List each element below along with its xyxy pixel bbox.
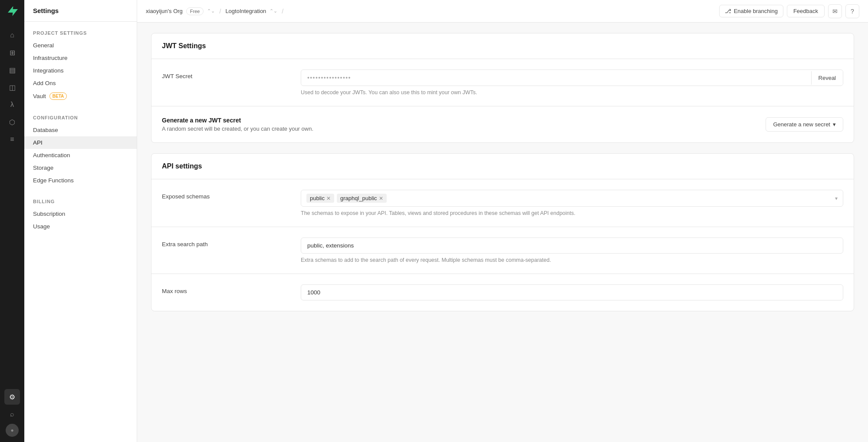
nav-reports-icon[interactable]: ⬡ — [4, 114, 20, 130]
nav-profile-icon[interactable]: ● — [6, 424, 19, 437]
sidebar-item-vault[interactable]: Vault BETA — [24, 89, 137, 103]
extra-search-path-label: Extra search path — [162, 237, 301, 247]
app-logo[interactable] — [6, 5, 18, 19]
sidebar-item-edge-functions[interactable]: Edge Functions — [24, 174, 137, 187]
configuration-label: CONFIGURATION — [24, 115, 137, 124]
topbar-org-chevron-icon[interactable]: ⌃⌄ — [207, 8, 215, 14]
sidebar-item-integrations[interactable]: Integrations — [24, 64, 137, 77]
enable-branching-button[interactable]: ⎇ Enable branching — [719, 5, 783, 17]
schemas-input-wrapper[interactable]: public ✕ graphql_public ✕ ▾ — [301, 190, 843, 207]
nav-table-icon[interactable]: ⊞ — [4, 45, 20, 60]
icon-sidebar: ⌂ ⊞ ▤ ◫ λ ⬡ ≡ ⚙ ⌕ ● — [0, 0, 24, 442]
feedback-button[interactable]: Feedback — [787, 5, 825, 17]
exposed-schemas-label: Exposed schemas — [162, 190, 301, 200]
jwt-secret-content: Reveal Used to decode your JWTs. You can… — [301, 69, 843, 96]
exposed-schemas-row: Exposed schemas public ✕ graphql_public … — [151, 179, 854, 227]
schema-tag-graphql-remove[interactable]: ✕ — [379, 196, 383, 201]
generate-new-secret-button[interactable]: Generate a new secret ▾ — [766, 117, 843, 132]
extra-search-path-content: Extra schemas to add to the search path … — [301, 237, 843, 263]
sidebar-item-database[interactable]: Database — [24, 124, 137, 136]
exposed-schemas-content: public ✕ graphql_public ✕ ▾ The schemas … — [301, 190, 843, 216]
project-settings-section: PROJECT SETTINGS General Infrastructure … — [24, 22, 137, 106]
mail-icon-button[interactable]: ✉ — [828, 4, 842, 18]
main-content: xiaoyijun's Org Free ⌃⌄ / LogtoIntegrati… — [137, 0, 868, 442]
sidebar-item-addons[interactable]: Add Ons — [24, 77, 137, 89]
schema-tag-public-label: public — [310, 195, 325, 201]
sidebar-item-authentication[interactable]: Authentication — [24, 149, 137, 162]
max-rows-row: Max rows — [151, 274, 854, 311]
topbar-plan-badge[interactable]: Free — [186, 7, 204, 15]
topbar-sep-1: / — [219, 8, 221, 15]
generate-secret-title: Generate a new JWT secret — [162, 117, 759, 124]
help-icon-button[interactable]: ? — [845, 4, 859, 18]
max-rows-content — [301, 284, 843, 300]
jwt-secret-input[interactable] — [301, 70, 811, 86]
nav-home-icon[interactable]: ⌂ — [4, 27, 20, 43]
generate-secret-label: Generate a new secret — [773, 121, 830, 128]
nav-logs-icon[interactable]: ≡ — [4, 132, 20, 147]
jwt-secret-row: JWT Secret Reveal Used to decode your JW… — [151, 59, 854, 106]
nav-functions-icon[interactable]: λ — [4, 97, 20, 112]
schema-tag-public: public ✕ — [306, 194, 334, 203]
vault-beta-badge: BETA — [49, 92, 67, 100]
generate-chevron-icon: ▾ — [833, 121, 836, 128]
api-settings-title: API settings — [162, 162, 843, 170]
sidebar-item-infrastructure[interactable]: Infrastructure — [24, 52, 137, 64]
extra-search-path-hint: Extra schemas to add to the search path … — [301, 257, 843, 263]
topbar-project-name[interactable]: LogtoIntegration — [225, 8, 266, 14]
sidebar-item-api[interactable]: API — [24, 136, 137, 149]
sidebar-item-usage[interactable]: Usage — [24, 220, 137, 233]
nav-storage-icon[interactable]: ◫ — [4, 79, 20, 95]
jwt-secret-label: JWT Secret — [162, 69, 301, 79]
configuration-section: CONFIGURATION Database API Authenticatio… — [24, 106, 137, 190]
generate-secret-row: Generate a new JWT secret A random secre… — [151, 106, 854, 142]
max-rows-input[interactable] — [301, 284, 843, 300]
nav-search-icon[interactable]: ⌕ — [4, 406, 20, 422]
schema-tag-graphql-label: graphql_public — [340, 195, 377, 201]
topbar-project-chevron-icon[interactable]: ⌃⌄ — [270, 8, 277, 14]
nav-sidebar: Settings PROJECT SETTINGS General Infras… — [24, 0, 137, 442]
api-settings-header: API settings — [151, 154, 854, 179]
sidebar-item-subscription[interactable]: Subscription — [24, 208, 137, 220]
extra-search-path-row: Extra search path Extra schemas to add t… — [151, 227, 854, 274]
extra-search-path-input[interactable] — [301, 237, 843, 254]
nav-settings-icon[interactable]: ⚙ — [4, 389, 20, 405]
reveal-button[interactable]: Reveal — [811, 71, 843, 85]
schemas-chevron-icon: ▾ — [835, 195, 838, 201]
content-area: JWT Settings JWT Secret Reveal Used to d… — [137, 23, 868, 442]
topbar-org-name[interactable]: xiaoyijun's Org — [146, 8, 183, 14]
branch-label: Enable branching — [734, 8, 778, 14]
generate-secret-desc: A random secret will be created, or you … — [162, 125, 759, 132]
jwt-settings-header: JWT Settings — [151, 33, 854, 59]
sidebar-title: Settings — [24, 0, 137, 22]
billing-section: BILLING Subscription Usage — [24, 190, 137, 236]
schema-tag-graphql-public: graphql_public ✕ — [337, 194, 387, 203]
branch-icon: ⎇ — [725, 8, 731, 14]
max-rows-label: Max rows — [162, 284, 301, 294]
jwt-settings-title: JWT Settings — [162, 42, 843, 50]
generate-secret-text: Generate a new JWT secret A random secre… — [162, 117, 759, 132]
billing-label: BILLING — [24, 199, 137, 208]
api-settings-card: API settings Exposed schemas public ✕ gr… — [151, 153, 854, 311]
topbar-sep-2: / — [282, 8, 283, 15]
exposed-schemas-hint: The schemas to expose in your API. Table… — [301, 210, 843, 216]
project-settings-label: PROJECT SETTINGS — [24, 30, 137, 39]
schema-tag-public-remove[interactable]: ✕ — [326, 196, 331, 201]
topbar: xiaoyijun's Org Free ⌃⌄ / LogtoIntegrati… — [137, 0, 868, 23]
sidebar-item-general[interactable]: General — [24, 39, 137, 52]
jwt-settings-card: JWT Settings JWT Secret Reveal Used to d… — [151, 33, 854, 143]
jwt-secret-input-wrapper: Reveal — [301, 69, 843, 86]
jwt-secret-hint: Used to decode your JWTs. You can also u… — [301, 89, 843, 96]
nav-editor-icon[interactable]: ▤ — [4, 62, 20, 78]
topbar-right: ⎇ Enable branching Feedback ✉ ? — [719, 4, 859, 18]
sidebar-item-storage[interactable]: Storage — [24, 162, 137, 174]
